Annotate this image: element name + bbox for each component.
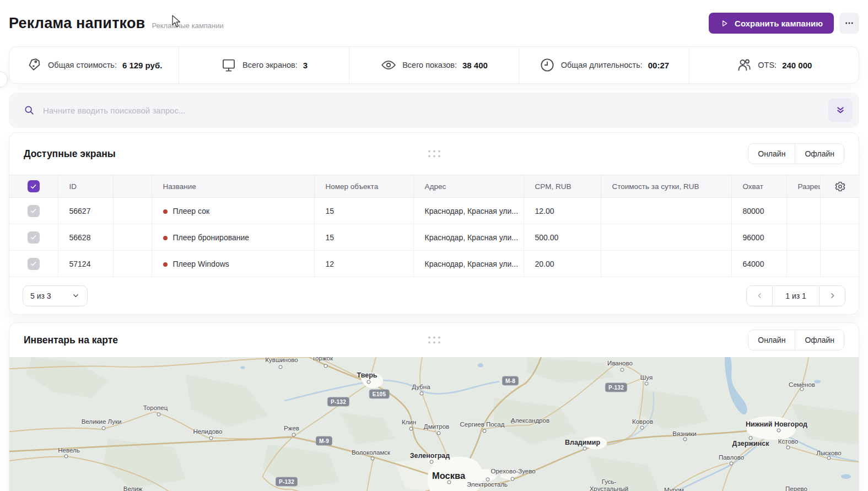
city-marker (409, 427, 413, 431)
city-label: Ковров (632, 418, 653, 425)
city-label: Муром (664, 487, 684, 491)
stat-value: 240 000 (782, 61, 812, 70)
city-label: Кстово (778, 438, 798, 445)
check-icon (30, 234, 37, 241)
page-size-select[interactable]: 5 из 3 (23, 285, 88, 306)
city-marker (483, 429, 487, 433)
city-label: Дмитров (424, 423, 449, 430)
city-marker (786, 446, 790, 450)
city-marker (511, 420, 515, 424)
table-row[interactable]: 57124Плеер Windows12Краснодар, Красная у… (9, 251, 860, 277)
page-header: Реклама напитков Рекламные кампании Сохр… (0, 0, 868, 46)
city-label: Иваново (607, 360, 633, 367)
road-badge: М-9 (316, 436, 332, 446)
cell-address: Краснодар, Красная ули... (425, 260, 519, 268)
status-dot (163, 236, 168, 240)
city-marker (486, 478, 490, 482)
stat-value: 00:27 (648, 61, 669, 70)
column-header: Номер объекта (326, 182, 379, 191)
row-checkbox[interactable] (28, 258, 40, 270)
city-label: Тверь (357, 371, 378, 379)
city-label: Шуя (640, 374, 653, 381)
table-footer: 5 из 3 1 из 1 (9, 277, 859, 314)
stat-item: Общая длительность: 00:27 (519, 47, 688, 83)
prev-page-button[interactable] (747, 286, 772, 306)
check-icon (30, 207, 37, 214)
table-settings-icon[interactable] (834, 181, 846, 192)
city-label: Торопец (143, 404, 168, 412)
screens-online-tab[interactable]: Онлайн (748, 144, 795, 164)
city-marker (511, 477, 515, 481)
city-label: Нижний Новгород (746, 420, 807, 428)
next-page-button[interactable] (820, 286, 845, 306)
city-marker (209, 436, 213, 440)
map-offline-tab[interactable]: Офлайн (795, 330, 844, 350)
map-online-tab[interactable]: Онлайн (748, 330, 795, 350)
drag-handle-icon[interactable] (428, 150, 440, 158)
table-row[interactable]: 56627Плеер сок15Краснодар, Красная ули..… (9, 198, 860, 224)
search-bar (9, 93, 859, 128)
clock-icon (539, 57, 556, 73)
more-actions-button[interactable] (839, 13, 859, 34)
search-input[interactable] (43, 106, 821, 115)
map-labels: КувшиновоТоржокТверьДубнаИвановоШуяСемён… (9, 357, 859, 491)
screen-name: Плеер Windows (173, 260, 229, 268)
cell-cpm: 20.00 (535, 260, 554, 268)
column-header: CPM, RUB (535, 182, 572, 191)
road-badge: Р-132 (327, 397, 349, 407)
city-marker (777, 429, 781, 433)
search-icon (23, 104, 35, 116)
stat-item: OTS: 240 000 (689, 47, 859, 83)
city-label: Семёнов (789, 381, 815, 389)
play-icon (720, 19, 729, 28)
select-all-checkbox[interactable] (28, 180, 40, 192)
city-label: Павлово (719, 454, 744, 461)
sidebar-collapse-toggle[interactable] (0, 71, 8, 88)
cell-reach: 80000 (743, 207, 764, 215)
cell-id: 56627 (69, 207, 91, 215)
city-label: Торжок (312, 357, 333, 363)
stat-label: Общая длительность: (561, 61, 643, 69)
stat-value: 3 (303, 61, 308, 70)
stats-bar: Общая стоимость: 6 129 руб. Всего экрано… (9, 46, 859, 84)
pagination: 1 из 1 (746, 285, 845, 306)
row-checkbox[interactable] (28, 205, 40, 217)
city-marker (102, 427, 106, 430)
chevron-left-icon (756, 292, 764, 300)
column-header: Адрес (425, 182, 446, 191)
column-header: Стоимость за сутки, RUB (612, 182, 699, 191)
city-marker (583, 447, 587, 451)
table-row[interactable]: 56628Плеер бронирование15Краснодар, Крас… (9, 224, 860, 251)
table-header-row: IDНазваниеНомер объектаАдресCPM, RUBСтои… (9, 175, 860, 198)
expand-filters-button[interactable] (828, 98, 853, 122)
road-badge: М-8 (502, 376, 519, 386)
save-campaign-button[interactable]: Сохранить кампанию (709, 13, 834, 34)
city-label: Велиж (123, 485, 143, 491)
city-marker (749, 436, 753, 440)
cell-object_number: 15 (326, 207, 335, 215)
city-label: Александров (511, 417, 549, 424)
available-screens-card: Доступные экраны Онлайн Офлайн IDНазвани… (9, 132, 859, 315)
cell-id: 57124 (69, 260, 91, 268)
road-badge: E105 (369, 390, 390, 399)
stat-label: Общая стоимость: (48, 61, 117, 69)
monitor-icon (220, 57, 237, 73)
city-label: Орехово-Зуево (490, 468, 535, 475)
city-label: Кувшиново (265, 357, 298, 364)
city-marker (292, 433, 296, 437)
city-label: Зеленоград (410, 452, 450, 460)
city-label: Вязники (672, 430, 696, 438)
city-marker (730, 462, 734, 466)
screens-offline-tab[interactable]: Офлайн (795, 144, 844, 164)
stat-item: Общая стоимость: 6 129 руб. (9, 47, 179, 83)
map-title: Инвентарь на карте (24, 334, 118, 346)
cell-reach: 64000 (743, 260, 764, 268)
city-label: Гусь- Хрустальный (590, 478, 629, 491)
city-label: Владимир (565, 439, 600, 446)
status-dot (163, 209, 168, 214)
map-canvas[interactable]: КувшиновоТоржокТверьДубнаИвановоШуяСемён… (9, 357, 859, 491)
city-label: Москва (432, 471, 465, 481)
city-label: Невель (58, 447, 79, 454)
row-checkbox[interactable] (28, 231, 40, 244)
map-drag-handle-icon[interactable] (428, 337, 440, 344)
